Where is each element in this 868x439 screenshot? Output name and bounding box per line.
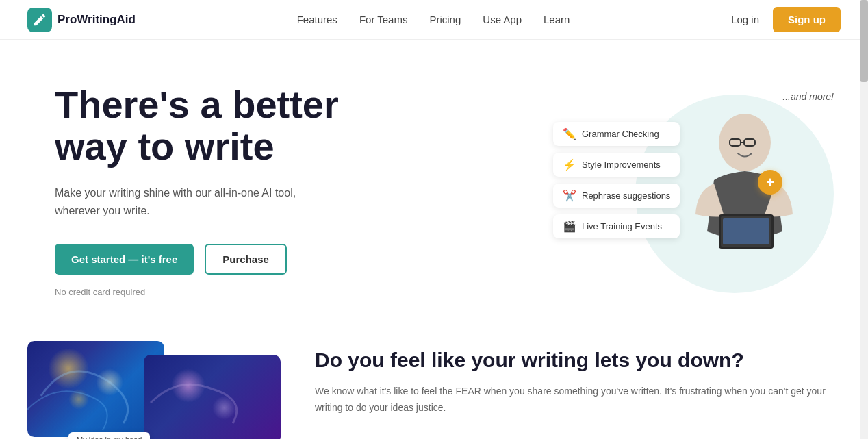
signup-button[interactable]: Sign up [773,7,841,32]
purchase-button[interactable]: Purchase [205,244,287,275]
get-started-button[interactable]: Get started — it's free [55,244,194,275]
hero-left: There's a better way to write Make your … [55,84,339,297]
training-icon: 🎬 [563,220,576,233]
hero-illustration: ✏️ Grammar Checking ⚡ Style Improvements… [553,81,841,300]
section2-title: Do you feel like your writing lets you d… [315,348,841,373]
page-scrollbar[interactable] [860,0,868,439]
scrollbar-thumb[interactable] [860,0,868,82]
hero-person-image [669,81,820,293]
pill-rephrase-label: Rephrase suggestions [582,190,670,201]
nav-features[interactable]: Features [297,14,337,25]
pill-grammar: ✏️ Grammar Checking [553,122,680,146]
pill-style-label: Style Improvements [582,160,661,170]
nav-learn[interactable]: Learn [544,14,570,25]
hero-right: ✏️ Grammar Checking ⚡ Style Improvements… [553,81,841,300]
login-button[interactable]: Log in [731,14,759,25]
person-svg [669,81,820,293]
hero-buttons: Get started — it's free Purchase [55,244,339,275]
nav-pricing[interactable]: Pricing [429,14,461,25]
brand-logo-icon [27,8,52,32]
bottom-right: Do you feel like your writing lets you d… [315,341,841,416]
navbar: ProWritingAid Features For Teams Pricing… [0,0,868,40]
section-bottom: My idea in my head Do you feel like your… [0,327,868,439]
plus-badge: + [758,170,782,195]
hero-section: There's a better way to write Make your … [0,40,868,327]
navbar-actions: Log in Sign up [731,7,841,32]
brand-logo-link[interactable]: ProWritingAid [27,8,136,32]
hero-subtitle: Make your writing shine with our all-in-… [55,184,329,219]
pill-style: ⚡ Style Improvements [553,153,680,177]
hero-title-line2: way to write [55,125,275,168]
rephrase-icon: ✂️ [563,189,576,202]
and-more-label: ...and more! [782,91,834,102]
bottom-left: My idea in my head [27,341,260,439]
image-note-card: My idea in my head [68,432,150,439]
grammar-icon: ✏️ [563,127,576,140]
section2-text: We know what it's like to feel the FEAR … [315,384,841,416]
hero-note: No credit card required [55,287,339,297]
nav-for-teams[interactable]: For Teams [359,14,408,25]
style-icon: ⚡ [563,158,576,171]
nav-links: Features For Teams Pricing Use App Learn [297,14,570,26]
pill-grammar-label: Grammar Checking [582,129,659,139]
svg-rect-6 [723,218,769,244]
hero-title-line1: There's a better [55,83,339,126]
pill-rephrase: ✂️ Rephrase suggestions [553,184,680,208]
logo-svg [32,12,47,27]
note-card-text: My idea in my head [77,436,142,439]
feature-pills: ✏️ Grammar Checking ⚡ Style Improvements… [553,122,680,238]
hero-title: There's a better way to write [55,84,339,168]
image-card-front [144,355,281,439]
brand-name: ProWritingAid [58,13,136,27]
pill-training-label: Live Training Events [582,221,662,231]
nav-use-app[interactable]: Use App [483,14,522,25]
pill-training: 🎬 Live Training Events [553,214,680,238]
